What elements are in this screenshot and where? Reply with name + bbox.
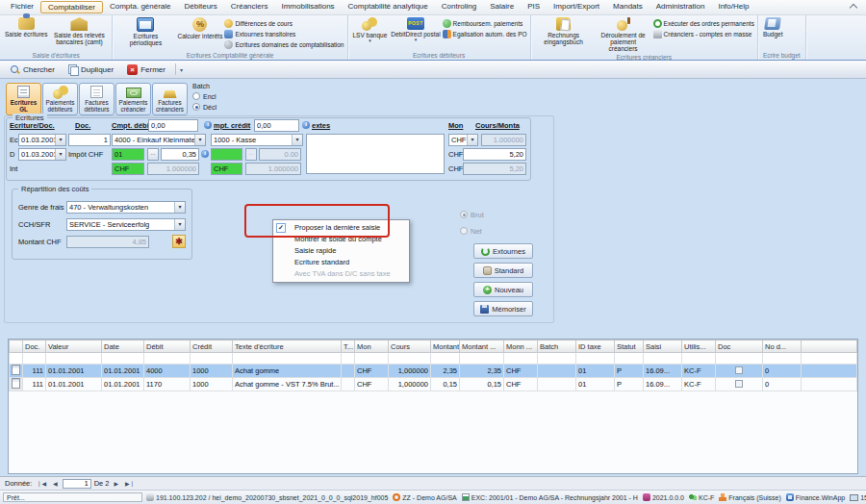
context-menu-item[interactable]: Saisie rapide (273, 245, 409, 257)
filter-cell[interactable] (682, 353, 716, 365)
debit-tax-browse-button[interactable]: ... (147, 148, 159, 161)
filter-cell[interactable] (538, 353, 576, 365)
debit-total-field[interactable] (148, 119, 198, 132)
ribbon-button[interactable]: Calculer intérêts (175, 16, 224, 40)
menu-tab[interactable]: Compta. générale (103, 1, 178, 13)
ribbon-button[interactable]: Rechnungs eingangsbuch (534, 16, 594, 46)
ribbon-button[interactable]: Saisie écritures (3, 16, 49, 38)
column-header[interactable]: Texte d'écriture (233, 340, 342, 353)
filter-cell[interactable] (191, 353, 233, 365)
column-header[interactable]: No d... (763, 340, 802, 353)
column-header[interactable]: Doc (716, 340, 763, 353)
menu-tab[interactable]: Salaire (483, 1, 521, 13)
context-menu-item[interactable]: Ecriture standard (273, 257, 409, 268)
debit-tax-code-field[interactable]: 01 (112, 148, 144, 161)
toolbar-button[interactable]: Dupliquer (63, 63, 119, 76)
filter-cell[interactable] (233, 353, 342, 365)
credit-account-combo[interactable]: 1000 - Kasse (211, 134, 303, 146)
view-tab[interactable]: Paiements créancier (115, 83, 151, 115)
table-row[interactable]: 11101.01.200101.01.200140001000Achat gom… (10, 365, 857, 378)
menu-tab[interactable]: Info/Help (711, 1, 755, 13)
filter-cell[interactable] (716, 353, 763, 365)
menu-tab[interactable]: Mandats (606, 1, 650, 13)
doc-checkbox[interactable] (735, 366, 743, 374)
filter-cell[interactable] (23, 353, 46, 365)
menu-tab[interactable]: Fichier (4, 1, 40, 13)
doc-checkbox[interactable] (735, 380, 743, 388)
ribbon-small-button[interactable]: Extournes transitoires (224, 29, 344, 39)
column-header[interactable]: Batch (538, 340, 576, 353)
column-header[interactable] (10, 340, 23, 353)
column-header[interactable]: Utilis... (682, 340, 716, 353)
genre-frais-combo[interactable]: 470 - Verwaltungskosten (66, 201, 186, 214)
montant-field[interactable] (463, 148, 526, 161)
radio-icon[interactable] (192, 103, 200, 111)
currency-combo[interactable]: CHF (448, 134, 478, 146)
context-menu-item[interactable]: Montrer le solde du compte (273, 234, 409, 245)
standard-button[interactable]: Standard (473, 263, 533, 278)
column-header[interactable]: Statut (615, 340, 644, 353)
ribbon-small-button[interactable]: Créanciers - comptes en masse (653, 29, 754, 39)
ribbon-small-button[interactable]: Egalisation autom. des PO (443, 29, 527, 39)
batch-option-encl[interactable]: Encl (192, 92, 216, 100)
ribbon-small-button[interactable]: Ecritures domaines de comptabilisation (224, 39, 344, 50)
menu-tab[interactable]: Immobilisations (274, 1, 341, 13)
column-header[interactable]: Saisi (644, 340, 682, 353)
debit-currency-field[interactable]: CHF (112, 163, 144, 175)
column-header[interactable]: Monn ... (504, 340, 538, 353)
ribbon-button[interactable]: Déroulement de paiement créanciers (594, 16, 653, 53)
view-tab[interactable]: Ecritures GL (6, 83, 41, 115)
menu-tab[interactable]: Comptabilité analytique (342, 1, 435, 13)
dropdown-arrow-icon[interactable]: ▾ (415, 38, 418, 41)
dropdown-arrow-icon[interactable]: ▾ (369, 38, 371, 42)
filter-cell[interactable] (342, 353, 355, 365)
menu-tab[interactable]: Import/Export (547, 1, 606, 13)
filter-cell[interactable] (144, 353, 191, 365)
split-cost-button[interactable]: ✱ (172, 235, 186, 248)
radio-icon[interactable] (460, 227, 468, 235)
toolbar-overflow-icon[interactable]: ▾ (180, 66, 183, 73)
record-number-input[interactable] (63, 479, 91, 489)
menu-tab[interactable]: Controling (435, 1, 483, 13)
column-header[interactable]: Montant (431, 340, 460, 353)
brut-option[interactable]: Brut (460, 211, 484, 219)
column-header[interactable]: Débit (144, 340, 191, 353)
filter-cell[interactable] (389, 353, 431, 365)
column-header[interactable]: T... (342, 340, 355, 353)
filter-cell[interactable] (763, 353, 802, 365)
ribbon-small-button[interactable]: Exécuter des ordres permanents (653, 18, 754, 29)
next-record-button[interactable]: ▶ (112, 480, 120, 487)
column-header[interactable]: Cours (389, 340, 431, 353)
filter-cell[interactable] (431, 353, 460, 365)
menu-tab[interactable]: Comptabiliser (40, 1, 103, 13)
collapse-ribbon-icon[interactable] (850, 4, 857, 12)
ec-date-picker[interactable]: 01.03.2001 (18, 134, 66, 146)
filter-cell[interactable] (576, 353, 615, 365)
filter-cell[interactable] (504, 353, 538, 365)
credit-tax-code-field[interactable] (211, 148, 242, 161)
net-option[interactable]: Net (460, 227, 484, 236)
credit-total-field[interactable] (254, 119, 299, 132)
menu-tab[interactable]: Administration (650, 1, 712, 13)
previous-record-button[interactable]: ◀ (51, 480, 60, 487)
filter-cell[interactable] (102, 353, 144, 365)
filter-cell[interactable] (10, 353, 23, 365)
last-record-button[interactable]: ▶❘ (123, 480, 137, 487)
column-header[interactable]: Montant ... (460, 340, 504, 353)
view-tab[interactable]: Paiements débiteurs (42, 83, 78, 115)
filter-cell[interactable] (615, 353, 644, 365)
radio-icon[interactable] (192, 92, 200, 100)
extournes-button[interactable]: Extournes (473, 243, 533, 259)
menu-tab[interactable]: Débiteurs (178, 1, 224, 13)
column-header[interactable]: Valeur (46, 340, 102, 353)
debit-account-combo[interactable]: 4000 - Einkauf Kleinmaterial (112, 134, 206, 146)
column-header[interactable]: ID taxe (576, 340, 615, 353)
text-field[interactable] (306, 134, 445, 174)
toolbar-button[interactable]: Fermer (121, 63, 171, 76)
credit-currency-field[interactable]: CHF (211, 163, 242, 175)
ribbon-small-button[interactable]: Remboursem. paiements (443, 18, 527, 29)
ribbon-small-button[interactable]: Différences de cours (224, 18, 344, 29)
column-header[interactable]: Date (102, 340, 144, 353)
ribbon-button[interactable]: LSV banque ▾ (351, 16, 390, 43)
ribbon-button[interactable]: Budget (761, 16, 785, 38)
